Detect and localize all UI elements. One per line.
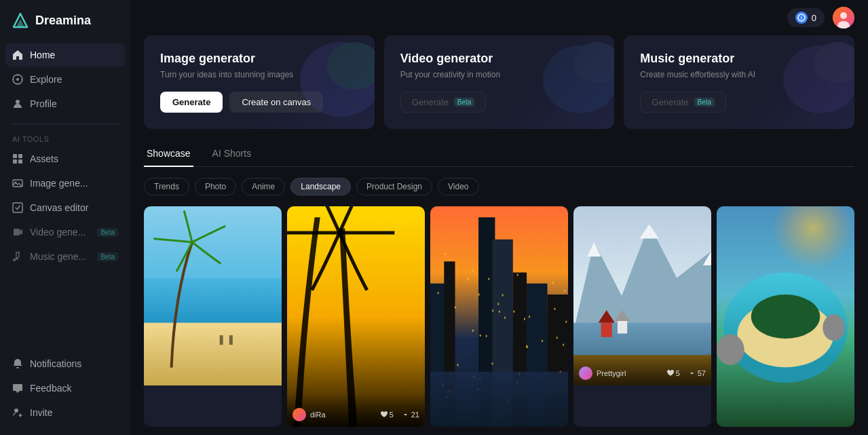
image-card-1[interactable]	[144, 206, 282, 427]
image-generator-card: Image generator Turn your ideas into stu…	[144, 35, 375, 129]
sidebar-label-profile: Profile	[30, 98, 57, 109]
video-beta-badge: Beta	[454, 98, 475, 107]
svg-rect-8	[18, 159, 22, 164]
sidebar-label-invite: Invite	[30, 407, 52, 418]
tab-ai-shorts-label: AI Shorts	[212, 148, 252, 159]
invite-icon	[12, 407, 23, 418]
sidebar-item-music-generator[interactable]: Music gene... Beta	[5, 245, 125, 268]
sidebar-label-video: Video gene...	[30, 227, 86, 238]
video-generate-button[interactable]: Generate Beta	[400, 92, 487, 113]
credits-icon: i	[795, 12, 808, 24]
sidebar-item-image-generator[interactable]: Image gene...	[5, 172, 125, 195]
image-card-2[interactable]: diRa 5 21	[287, 206, 425, 427]
image-canvas-5	[717, 206, 854, 427]
svg-point-12	[14, 409, 18, 413]
svg-text:i: i	[801, 16, 802, 20]
tab-ai-shorts[interactable]: AI Shorts	[210, 143, 254, 167]
content-area: Image generator Turn your ideas into stu…	[130, 35, 868, 435]
video-beta-badge: Beta	[97, 228, 118, 237]
music-beta-badge: Beta	[694, 98, 715, 107]
svg-rect-5	[13, 154, 17, 158]
sidebar-item-notifications[interactable]: Notifications	[5, 352, 125, 375]
filter-trends[interactable]: Trends	[144, 178, 189, 195]
sidebar-item-explore[interactable]: Explore	[5, 68, 125, 91]
user-avatar[interactable]	[833, 7, 854, 29]
music-beta-badge: Beta	[97, 252, 118, 261]
likes-2: 5	[380, 411, 394, 419]
sidebar-item-invite[interactable]: Invite	[5, 401, 125, 424]
music-generate-button[interactable]: Generate Beta	[640, 92, 726, 113]
bell-icon	[12, 358, 23, 369]
logo-icon	[11, 11, 30, 30]
sidebar-bottom: Notifications Feedback Invite	[0, 352, 130, 435]
sidebar-divider-1	[11, 124, 119, 124]
svg-rect-6	[18, 154, 22, 158]
likes-4: 5	[666, 369, 680, 377]
filter-photo[interactable]: Photo	[195, 178, 236, 195]
app-name: Dreamina	[35, 14, 91, 28]
sidebar-item-video-generator[interactable]: Video gene... Beta	[5, 221, 125, 244]
video-icon	[12, 227, 23, 238]
ai-tools-label: AI tools	[0, 132, 130, 147]
username-2: diRa	[310, 411, 376, 419]
filter-product-design[interactable]: Product Design	[356, 178, 432, 195]
sidebar-item-home[interactable]: Home	[5, 43, 125, 67]
sidebar-item-profile[interactable]: Profile	[5, 92, 125, 115]
image-canvas-3	[430, 206, 568, 427]
sidebar-label-feedback: Feedback	[30, 383, 71, 394]
username-4: Prettygirl	[597, 369, 662, 377]
profile-icon	[12, 98, 23, 109]
svg-point-4	[16, 100, 20, 104]
svg-rect-7	[13, 159, 17, 164]
filter-landscape[interactable]: Landscape	[290, 178, 351, 195]
music-icon	[12, 251, 23, 262]
sidebar: Dreamina Home Explore Profile AI tools	[0, 0, 130, 435]
sidebar-label-notifications: Notifications	[30, 358, 81, 369]
sidebar-label-canvas: Canvas editor	[30, 202, 88, 213]
downloads-count-2: 21	[411, 411, 419, 419]
explore-icon	[12, 74, 23, 85]
sidebar-label-music: Music gene...	[30, 251, 86, 262]
showcase-tabs: Showcase AI Shorts	[144, 143, 854, 167]
sidebar-label-home: Home	[30, 50, 55, 60]
tab-showcase-label: Showcase	[147, 148, 191, 159]
sidebar-label-assets: Assets	[30, 153, 58, 164]
image-card-4[interactable]: Prettygirl 5 57	[573, 206, 711, 427]
logo[interactable]: Dreamina	[0, 0, 130, 43]
image-generate-button[interactable]: Generate	[160, 92, 223, 113]
user-avatar-4	[579, 366, 592, 380]
assets-icon	[12, 153, 23, 164]
video-generator-card: Video generator Put your creativity in m…	[384, 35, 615, 129]
filter-video[interactable]: Video	[438, 178, 478, 195]
canvas-icon	[12, 202, 23, 213]
image-overlay-4: Prettygirl 5 57	[573, 353, 711, 385]
tab-showcase[interactable]: Showcase	[144, 143, 193, 167]
image-overlay-2: diRa 5 21	[287, 394, 425, 427]
svg-point-3	[16, 78, 19, 81]
filter-anime[interactable]: Anime	[242, 178, 285, 195]
svg-rect-11	[13, 203, 22, 212]
image-card-5[interactable]	[717, 206, 854, 427]
image-gen-icon	[12, 178, 23, 189]
video-generate-label: Generate	[412, 97, 449, 107]
likes-count-4: 5	[676, 369, 680, 377]
main-nav: Home Explore Profile	[0, 43, 130, 115]
downloads-2: 21	[402, 411, 419, 419]
likes-count-2: 5	[390, 411, 394, 419]
home-icon	[12, 50, 23, 60]
sidebar-item-feedback[interactable]: Feedback	[5, 377, 125, 400]
image-card-3[interactable]	[430, 206, 568, 427]
user-avatar-2	[293, 408, 306, 421]
credits-display[interactable]: i 0	[787, 8, 825, 27]
feedback-icon	[12, 383, 23, 394]
downloads-count-4: 57	[698, 369, 706, 377]
image-canvas-1	[144, 206, 282, 385]
filter-pills: Trends Photo Anime Landscape Product Des…	[144, 178, 854, 195]
music-generator-card: Music generator Create music effortlessl…	[624, 35, 854, 129]
svg-point-16	[840, 12, 847, 19]
sidebar-item-canvas-editor[interactable]: Canvas editor	[5, 196, 125, 219]
sidebar-item-assets[interactable]: Assets	[5, 147, 125, 170]
tools-nav: Assets Image gene... Canvas editor Video…	[0, 147, 130, 268]
image-grid: diRa 5 21	[144, 206, 854, 427]
sidebar-label-image-gen: Image gene...	[30, 178, 88, 189]
